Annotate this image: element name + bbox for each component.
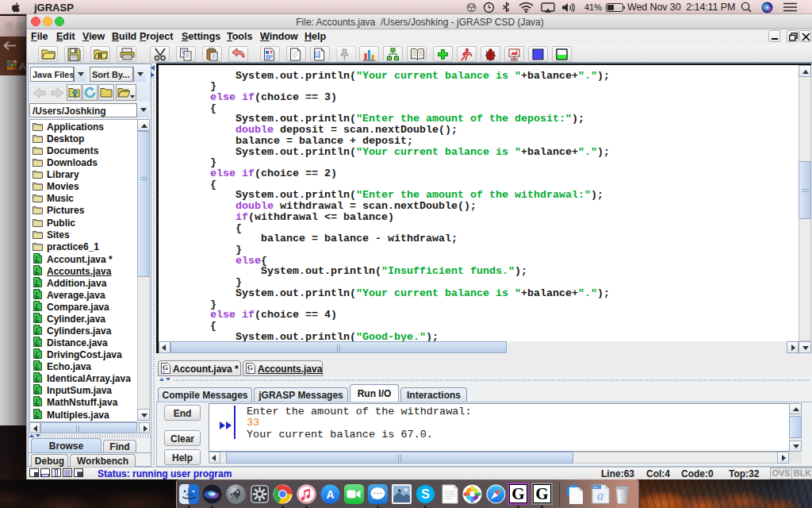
svg-text:S: S xyxy=(421,487,430,501)
svg-text:A: A xyxy=(19,60,26,71)
svg-text:A: A xyxy=(326,488,334,501)
svg-text:G: G xyxy=(163,364,168,371)
svg-text:G: G xyxy=(247,364,253,371)
svg-text:a: a xyxy=(597,489,603,502)
svg-text:B: B xyxy=(98,52,102,60)
